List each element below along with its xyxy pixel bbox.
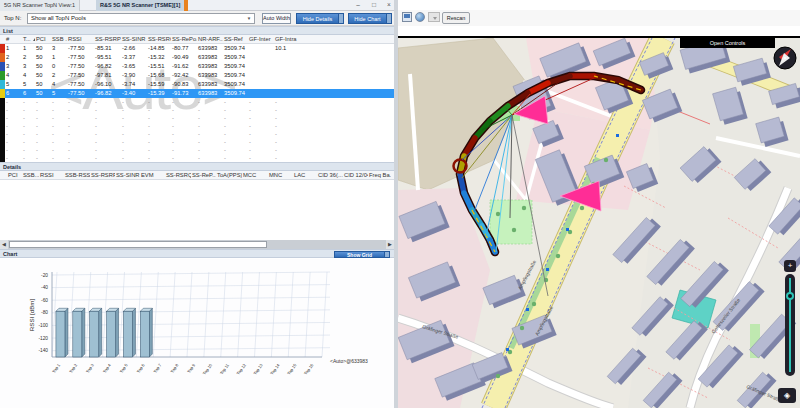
zoom-tool-icon xyxy=(428,12,440,22)
table-row-empty[interactable]: ------------- xyxy=(0,130,394,138)
column-header[interactable]: EVM xyxy=(140,171,165,179)
column-header[interactable]: PCI xyxy=(7,171,22,179)
column-header[interactable]: SS-RSRQ xyxy=(147,35,171,43)
table-row-empty[interactable]: ------------- xyxy=(0,122,394,130)
tab-topn-view[interactable]: 5G NR Scanner TopN View:1 xyxy=(0,0,80,11)
table-cell: - xyxy=(147,154,171,162)
maximize-button[interactable]: □ xyxy=(368,0,380,10)
table-cell: 633983 xyxy=(197,89,223,98)
map-panel: Rescan xyxy=(398,0,800,408)
table-cell: - xyxy=(248,146,274,154)
table-cell xyxy=(274,53,301,62)
column-header[interactable]: SS-Ref xyxy=(223,35,248,43)
chevron-down-icon[interactable]: ▼ xyxy=(245,16,253,22)
column-header[interactable]: SS-ReP... xyxy=(191,171,216,179)
table-row-empty[interactable]: ------------- xyxy=(0,106,394,114)
scrollbar-thumb[interactable] xyxy=(9,241,267,248)
column-header[interactable]: SS-RSRP xyxy=(90,171,115,179)
table-row[interactable]: 66505-77.50-96.82-3.40-15.39-91.73633983… xyxy=(0,89,394,98)
table-cell: - xyxy=(94,114,121,122)
x-axis-label: Top 10 xyxy=(202,362,214,376)
rssi-bar-chart-canvas: -20-40-60-80-100-120-140RSSI [dBm]Top 1T… xyxy=(0,259,394,408)
column-header[interactable]: MCC xyxy=(242,171,268,179)
column-header[interactable]: SS-SINR xyxy=(115,171,140,179)
table-row[interactable]: 11503-77.50-85.31-2.66-14.85-80.77633983… xyxy=(0,44,394,53)
zoom-in-button[interactable]: + xyxy=(784,260,796,272)
column-header[interactable]: CID 36(... xyxy=(317,171,343,179)
x-axis-label: Top 14 xyxy=(269,362,281,376)
show-grid-button[interactable]: Show Grid xyxy=(334,251,390,258)
column-header[interactable]: CID 12/04 xyxy=(343,171,368,179)
compass-icon[interactable] xyxy=(774,47,796,69)
chart-bar[interactable] xyxy=(140,311,149,357)
column-header[interactable]: SS-SINR xyxy=(121,35,147,43)
column-header[interactable]: Freq Ba... xyxy=(368,171,391,179)
close-button[interactable]: × xyxy=(383,0,395,10)
column-header[interactable]: SSB-RSSI xyxy=(64,171,90,179)
table-row-empty[interactable]: ------------- xyxy=(0,138,394,146)
chart-bar[interactable] xyxy=(73,311,82,357)
column-header[interactable]: ToA(PPS) xyxy=(216,171,242,179)
column-header[interactable]: PCI xyxy=(35,35,51,43)
table-cell: - xyxy=(274,154,301,162)
globe-icon[interactable] xyxy=(415,12,425,22)
topn-list-table[interactable]: #T...PCISSB ...RSSISS-RSRPSS-SINRSS-RSRQ… xyxy=(0,35,394,162)
column-header[interactable]: LAC xyxy=(293,171,317,179)
svg-text:-100: -100 xyxy=(38,323,48,328)
rescan-button[interactable]: Rescan xyxy=(442,12,470,24)
auto-width-button[interactable]: Auto Width xyxy=(262,13,291,24)
table-cell: - xyxy=(121,114,147,122)
column-header[interactable]: NR-ARF... xyxy=(197,35,223,43)
open-controls-bar[interactable]: Open Controls xyxy=(680,38,775,48)
table-cell: - xyxy=(197,154,223,162)
chart-bar[interactable] xyxy=(90,311,99,357)
park-area xyxy=(490,200,532,244)
scroll-left-icon[interactable]: ◀ xyxy=(0,240,8,249)
column-header[interactable]: GF-Intra xyxy=(274,35,301,43)
hide-details-button[interactable]: Hide Details xyxy=(296,13,344,24)
column-header[interactable]: SSB ... xyxy=(51,35,67,43)
tab-scanner-active[interactable]: R&S 5G NR Scanner [TSME][1] xyxy=(96,0,188,11)
table-row-empty[interactable]: ------------- xyxy=(0,154,394,162)
table-row[interactable]: 33500-77.50-96.82-3.65-15.51-91.62633983… xyxy=(0,62,394,71)
chart-bar[interactable] xyxy=(56,311,65,357)
table-cell: - xyxy=(248,114,274,122)
column-header[interactable]: SS-RePo... xyxy=(171,35,197,43)
chart-bar[interactable] xyxy=(107,311,116,357)
table-row[interactable]: 55504-77.50-96.10-3.74-15.59-90.83633983… xyxy=(0,80,394,89)
zoom-slider[interactable] xyxy=(785,274,795,376)
table-cell: - xyxy=(94,106,121,114)
map-canvas[interactable]: Ampfingstraße Ampfingstraße Gräfinger St… xyxy=(398,38,800,408)
table-row-empty[interactable]: ------------- xyxy=(0,98,394,106)
column-header[interactable]: GF-Inter xyxy=(248,35,274,43)
snapshot-icon[interactable] xyxy=(402,12,412,22)
map-layers-button[interactable]: ◈ xyxy=(778,388,796,403)
table-row[interactable]: 44502-77.50-97.81-3.90-15.68-92.42633983… xyxy=(0,71,394,80)
column-header[interactable]: MNC xyxy=(268,171,293,179)
column-header[interactable]: SSB... xyxy=(22,171,39,179)
hide-chart-button[interactable]: Hide Chart xyxy=(348,13,392,24)
column-header[interactable]: # xyxy=(5,35,22,43)
column-header[interactable]: SS-RSRQ xyxy=(165,171,191,179)
table-cell: 3509.74 xyxy=(223,44,248,53)
table-row-empty[interactable]: ------------- xyxy=(0,114,394,122)
list-table-header[interactable]: #T...PCISSB ...RSSISS-RSRPSS-SINRSS-RSRQ… xyxy=(0,35,394,44)
chart-bar[interactable] xyxy=(123,311,132,357)
table-cell: -15.39 xyxy=(147,89,171,98)
column-header[interactable]: SS-RSRP xyxy=(94,35,121,43)
minimize-button[interactable]: – xyxy=(352,0,364,10)
svg-text:-40: -40 xyxy=(41,285,48,290)
topn-pool-select[interactable]: Show all TopN Pools ▼ xyxy=(27,13,255,24)
column-header[interactable]: RSSI xyxy=(39,171,64,179)
map-viewport[interactable]: Ampfingstraße Ampfingstraße Gräfinger St… xyxy=(398,36,800,408)
scroll-right-icon[interactable]: ▶ xyxy=(386,240,394,249)
horizontal-scrollbar[interactable]: ◀ ▶ xyxy=(0,240,394,249)
table-row[interactable]: 22501-77.50-95.51-3.37-15.32-90.49633983… xyxy=(0,53,394,62)
x-axis-label: Top 13 xyxy=(252,362,264,376)
table-row-empty[interactable]: ------------- xyxy=(0,146,394,154)
column-header[interactable]: RSSI xyxy=(67,35,94,43)
table-cell: -15.32 xyxy=(147,53,171,62)
zoom-slider-knob[interactable] xyxy=(786,292,794,300)
column-header[interactable]: T... xyxy=(22,35,35,43)
table-cell: - xyxy=(22,106,35,114)
